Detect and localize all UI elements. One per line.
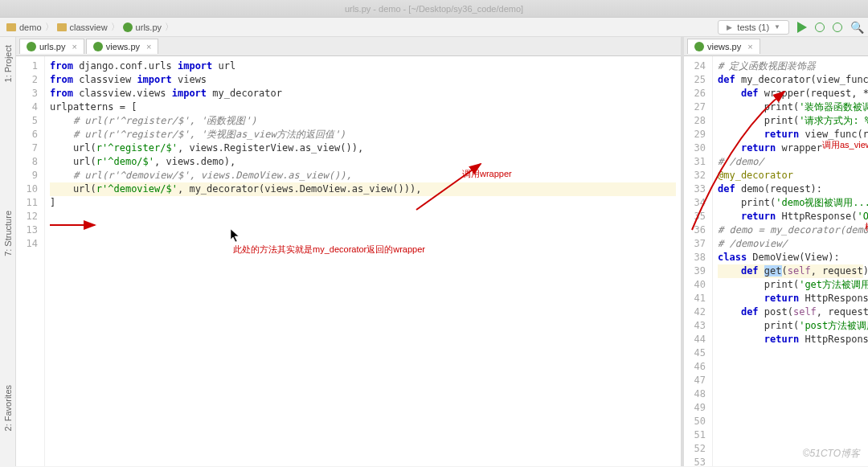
- coverage-button[interactable]: [833, 23, 842, 32]
- tab-views-py-right[interactable]: views.py ×: [687, 39, 760, 54]
- line-gutter: 1234567891011121314: [16, 56, 45, 466]
- run-config-label: tests (1): [737, 23, 769, 32]
- sidetab-project[interactable]: 1: Project: [3, 45, 13, 82]
- breadcrumb-separator: 〉: [45, 21, 54, 33]
- sidetab-favorites[interactable]: 2: Favorites: [3, 385, 13, 431]
- run-config-dropdown[interactable]: ▶ tests (1) ▼: [718, 20, 789, 35]
- python-file-icon: [93, 42, 103, 51]
- run-icon: ▶: [727, 23, 732, 31]
- main-area: 1: Project 7: Structure 2: Favorites url…: [0, 37, 868, 466]
- code-area-left[interactable]: from django.conf.urls import urlfrom cla…: [45, 56, 681, 466]
- tab-label: views.py: [707, 42, 741, 51]
- python-file-icon: [123, 23, 133, 32]
- editor-tabs-left: urls.py × views.py ×: [16, 37, 681, 56]
- tab-views-py[interactable]: views.py ×: [86, 39, 159, 54]
- close-icon[interactable]: ×: [146, 42, 151, 51]
- editor-pane-left: urls.py × views.py × 1234567891011121314…: [16, 37, 681, 466]
- folder-icon: [57, 23, 67, 31]
- search-icon[interactable]: 🔍: [850, 21, 862, 34]
- python-file-icon: [27, 42, 36, 51]
- watermark: ©51CTO博客: [803, 447, 860, 461]
- debug-button[interactable]: [815, 23, 825, 32]
- sidetab-structure[interactable]: 7: Structure: [3, 211, 13, 256]
- breadcrumb-separator: 〉: [111, 21, 120, 33]
- left-tool-window-bar: 1: Project 7: Structure 2: Favorites: [0, 37, 16, 466]
- breadcrumb-item[interactable]: urls.py: [123, 23, 162, 32]
- run-button[interactable]: [797, 22, 807, 33]
- editor-body-right[interactable]: 2425262728293031323334353637383940414243…: [684, 56, 868, 466]
- close-icon[interactable]: ×: [72, 42, 76, 51]
- breadcrumb: demo 〉 classview 〉 urls.py 〉 ▶ tests (1)…: [0, 18, 868, 37]
- chevron-down-icon: ▼: [774, 23, 780, 31]
- python-file-icon: [694, 42, 704, 51]
- line-gutter: 2425262728293031323334353637383940414243…: [684, 56, 713, 466]
- editor-pane-right: views.py × 24252627282930313233343536373…: [684, 37, 868, 466]
- editor-tabs-right: views.py ×: [684, 37, 868, 56]
- breadcrumb-item[interactable]: classview: [57, 23, 108, 32]
- folder-icon: [6, 23, 16, 31]
- window-titlebar: urls.py - demo - [~/Desktop/sy36_code/de…: [0, 0, 868, 18]
- tab-label: views.py: [106, 42, 140, 51]
- close-icon[interactable]: ×: [747, 42, 752, 51]
- breadcrumb-item[interactable]: demo: [6, 23, 42, 32]
- code-area-right[interactable]: # 定义函数视图装饰器def my_decorator(view_func): …: [713, 56, 868, 466]
- breadcrumb-separator: 〉: [165, 21, 174, 33]
- tab-urls-py[interactable]: urls.py ×: [19, 39, 84, 54]
- editor-body-left[interactable]: 1234567891011121314 from django.conf.url…: [16, 56, 681, 466]
- tab-label: urls.py: [39, 42, 65, 51]
